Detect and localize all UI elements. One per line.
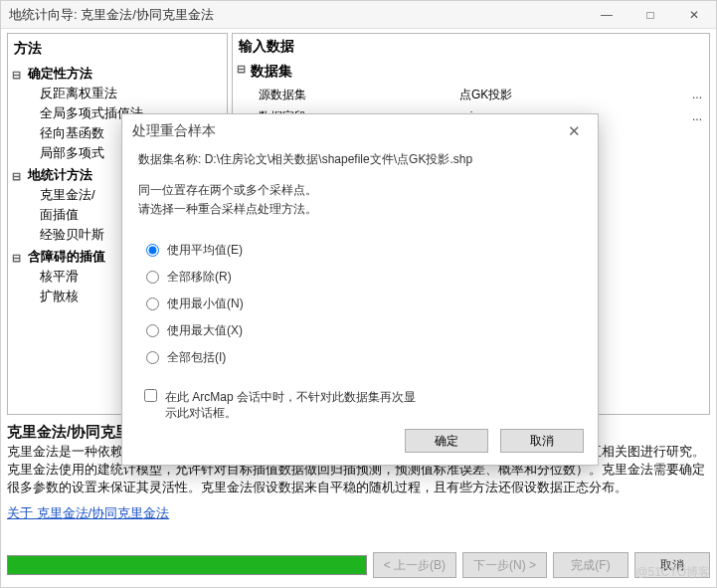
radio-label: 全部移除(R) [167,268,232,287]
next-button[interactable]: 下一步(N) > [462,552,547,578]
ok-button[interactable]: 确定 [405,429,488,453]
radio-input[interactable] [146,351,159,364]
method-radio-group: 使用平均值(E) 全部移除(R) 使用最小值(N) 使用最大值(X) 全部包括(… [146,241,582,367]
window-title: 地统计向导: 克里金法/协同克里金法 [9,6,585,24]
tree-item[interactable]: 反距离权重法 [40,84,223,103]
dialog-message-2: 请选择一种重合采样点处理方法。 [138,200,582,219]
dialog-close-icon[interactable]: ✕ [560,122,588,140]
wizard-footer: < 上一步(B) 下一步(N) > 完成(F) 取消 [1,543,716,587]
dialog-title: 处理重合样本 [132,122,560,140]
suppress-dialog-checkbox[interactable] [144,389,157,402]
dialog-cancel-button[interactable]: 取消 [500,429,584,453]
minimize-button[interactable]: — [585,1,628,29]
titlebar: 地统计向导: 克里金法/协同克里金法 — □ ✕ [1,1,716,29]
radio-label: 全部包括(I) [167,348,226,367]
prop-row-source: 源数据集 点GK投影 ... [233,84,709,105]
radio-label: 使用最小值(N) [167,294,244,313]
radio-min[interactable]: 使用最小值(N) [146,294,582,313]
coincident-samples-dialog: 处理重合样本 ✕ 数据集名称: D:\住房论文\相关数据\shapefile文件… [121,113,599,466]
radio-input[interactable] [146,324,159,337]
radio-max[interactable]: 使用最大值(X) [146,321,582,340]
radio-label: 使用最大值(X) [167,321,243,340]
close-button[interactable]: ✕ [672,1,716,29]
radio-mean[interactable]: 使用平均值(E) [146,241,582,260]
dataset-group-header[interactable]: 数据集 [233,60,709,84]
prop-key: 源数据集 [233,87,459,103]
dialog-button-row: 确定 取消 [405,429,584,453]
radio-input[interactable] [146,271,159,284]
radio-remove-all[interactable]: 全部移除(R) [146,268,582,287]
dataset-path-label: 数据集名称: [138,152,205,166]
progress-fill [8,556,366,574]
radio-include-all[interactable]: 全部包括(I) [146,348,582,367]
radio-input[interactable] [146,244,159,257]
input-header: 输入数据 [233,34,709,60]
watermark: @51CTO博客 [635,564,710,581]
finish-button[interactable]: 完成(F) [553,552,628,578]
ellipsis-icon[interactable]: ... [685,88,709,101]
prop-value[interactable]: 点GK投影 [459,87,685,103]
back-button[interactable]: < 上一步(B) [373,552,456,578]
dataset-path-value: D:\住房论文\相关数据\shapefile文件\点GK投影.shp [205,152,472,166]
suppress-dialog-row[interactable]: 在此 ArcMap 会话中时，不针对此数据集再次显示此对话框。 [144,389,423,421]
dataset-path-row: 数据集名称: D:\住房论文\相关数据\shapefile文件\点GK投影.sh… [138,150,582,169]
radio-label: 使用平均值(E) [167,241,243,260]
ellipsis-icon[interactable]: ... [685,109,709,123]
tree-group-deterministic[interactable]: 确定性方法 [12,64,223,84]
progress-bar [7,555,367,575]
method-header: 方法 [12,36,223,62]
dialog-titlebar: 处理重合样本 ✕ [122,114,598,148]
help-link[interactable]: 关于 克里金法/协同克里金法 [7,504,169,522]
dialog-body: 数据集名称: D:\住房论文\相关数据\shapefile文件\点GK投影.sh… [122,150,598,421]
suppress-dialog-label: 在此 ArcMap 会话中时，不针对此数据集再次显示此对话框。 [165,389,423,421]
radio-input[interactable] [146,297,159,310]
maximize-button[interactable]: □ [628,1,672,29]
dialog-message-1: 同一位置存在两个或多个采样点。 [138,181,582,200]
